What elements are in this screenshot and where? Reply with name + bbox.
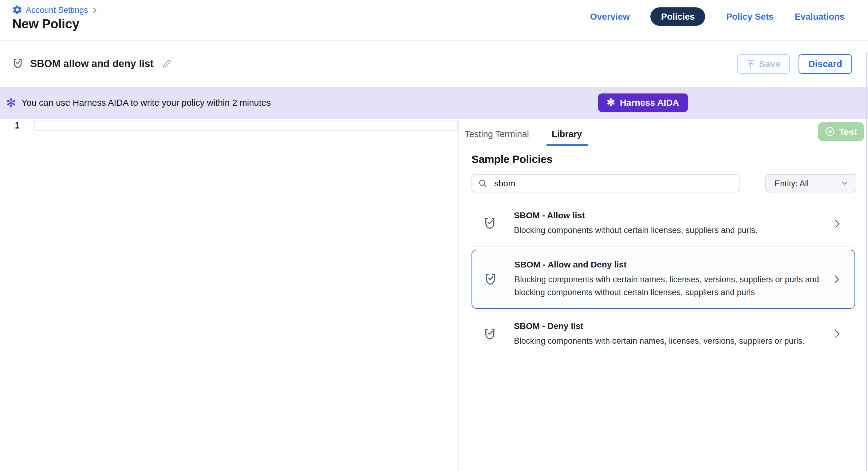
policy-card-title: SBOM - Allow list xyxy=(514,210,831,220)
shield-check-icon xyxy=(483,327,497,341)
nav-tab-evaluations[interactable]: Evaluations xyxy=(795,12,845,22)
test-button[interactable]: Test xyxy=(818,122,864,141)
search-icon xyxy=(478,179,488,188)
chevron-right-icon xyxy=(832,218,843,229)
policy-card-description: Blocking components with certain names, … xyxy=(515,274,831,299)
policy-card-title: SBOM - Allow and Deny list xyxy=(515,260,831,270)
gear-icon xyxy=(12,5,22,15)
policy-toolbar: SBOM allow and deny list Save Discard xyxy=(0,40,868,87)
policy-card-sbom-allow-list[interactable]: SBOM - Allow list Blocking components wi… xyxy=(471,201,855,247)
nav-tab-policies[interactable]: Policies xyxy=(651,7,705,26)
search-input[interactable] xyxy=(493,178,733,189)
editor-current-line[interactable] xyxy=(34,120,458,131)
discard-button[interactable]: Discard xyxy=(799,54,852,73)
app-window: Account Settings New Policy Overview Pol… xyxy=(0,0,868,471)
editor-line-number: 1 xyxy=(15,121,20,130)
nav-tab-policy-sets[interactable]: Policy Sets xyxy=(726,12,774,22)
chevron-right-icon xyxy=(832,329,843,340)
chevron-right-icon xyxy=(831,274,842,285)
sample-policies-heading: Sample Policies xyxy=(471,153,868,166)
chevron-down-icon xyxy=(841,180,848,187)
breadcrumb-link-account-settings[interactable]: Account Settings xyxy=(26,5,88,14)
upload-icon xyxy=(746,59,755,68)
breadcrumb: Account Settings xyxy=(12,5,98,15)
shield-check-icon xyxy=(483,216,497,231)
page-title: New Policy xyxy=(12,17,98,31)
aida-banner: ✻ You can use Harness AIDA to write your… xyxy=(0,87,868,119)
save-button[interactable]: Save xyxy=(737,54,790,73)
policy-name-label: SBOM allow and deny list xyxy=(30,58,154,69)
tab-testing-terminal[interactable]: Testing Terminal xyxy=(465,129,529,146)
edit-name-button[interactable] xyxy=(162,58,172,69)
policy-card-sbom-deny-list[interactable]: SBOM - Deny list Blocking components wit… xyxy=(471,312,855,358)
shield-check-icon xyxy=(484,272,498,286)
page-header: Account Settings New Policy Overview Pol… xyxy=(0,0,868,40)
aida-flower-icon: ✻ xyxy=(6,97,16,109)
policy-card-description: Blocking components without certain lice… xyxy=(514,225,831,237)
sample-policy-list: SBOM - Allow list Blocking components wi… xyxy=(471,201,855,357)
entity-filter-dropdown[interactable]: Entity: All xyxy=(765,174,856,193)
scrollbar-track[interactable] xyxy=(866,52,867,471)
search-box xyxy=(471,174,740,193)
shield-check-icon xyxy=(12,58,24,69)
policy-card-title: SBOM - Deny list xyxy=(514,321,831,331)
nav-tab-overview[interactable]: Overview xyxy=(590,12,630,22)
play-circle-icon xyxy=(825,127,835,137)
harness-aida-button[interactable]: ✻ Harness AIDA xyxy=(598,93,688,112)
aida-flower-icon: ✻ xyxy=(607,98,615,108)
breadcrumb-chevron-icon xyxy=(92,7,98,13)
policy-card-sbom-allow-and-deny-list[interactable]: SBOM - Allow and Deny list Blocking comp… xyxy=(471,250,855,309)
tab-library[interactable]: Library xyxy=(546,129,587,146)
aida-banner-text: You can use Harness AIDA to write your p… xyxy=(22,98,271,108)
module-nav: Overview Policies Policy Sets Evaluation… xyxy=(590,4,845,30)
policy-card-description: Blocking components with certain names, … xyxy=(514,335,831,348)
library-panel: Testing Terminal Library Test Sample Pol… xyxy=(459,119,868,471)
policy-code-editor[interactable]: 1 xyxy=(0,119,459,471)
